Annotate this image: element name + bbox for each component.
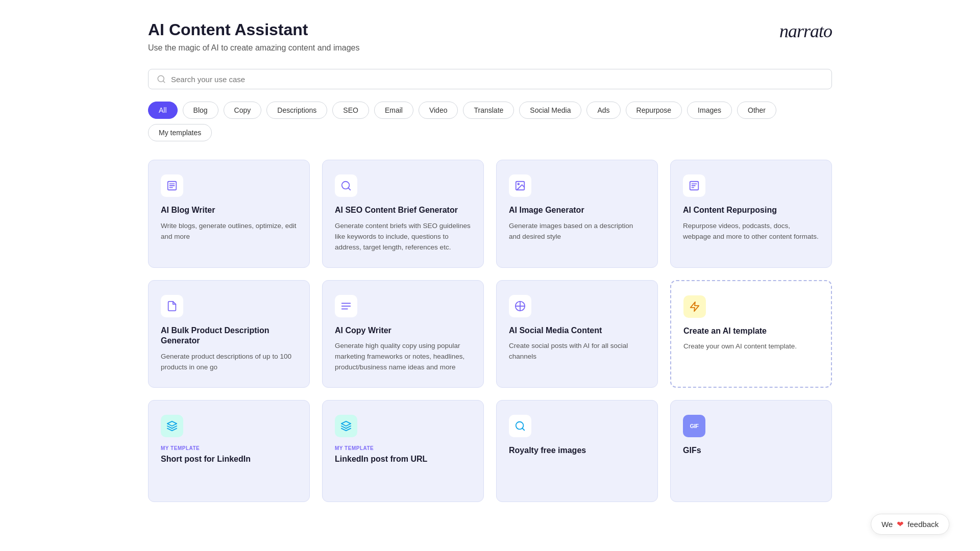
card-title-gifs: GIFs — [683, 445, 819, 456]
card-desc-copy-writer: Generate high quality copy using popular… — [335, 341, 471, 373]
card-icon-wrap-bulk-product — [161, 295, 183, 317]
card-icon-wrap-royalty-free-images — [509, 415, 531, 437]
search-icon — [157, 74, 166, 84]
filter-tab-email[interactable]: Email — [374, 102, 413, 119]
card-linkedin-url[interactable]: MY TEMPLATELinkedIn post from URL — [322, 400, 484, 502]
feedback-label: We — [881, 520, 893, 529]
card-create-template[interactable]: Create an AI templateCreate your own AI … — [670, 280, 832, 388]
filter-tab-social-media[interactable]: Social Media — [519, 102, 581, 119]
search-bar[interactable] — [148, 69, 832, 89]
cards-grid: AI Blog WriterWrite blogs, generate outl… — [148, 160, 832, 502]
filter-tab-ads[interactable]: Ads — [586, 102, 620, 119]
filter-tab-seo[interactable]: SEO — [332, 102, 369, 119]
card-seo-brief[interactable]: AI SEO Content Brief GeneratorGenerate c… — [322, 160, 484, 268]
svg-line-21 — [522, 428, 524, 430]
filter-tab-blog[interactable]: Blog — [183, 102, 218, 119]
feedback-action: feedback — [908, 520, 939, 529]
filter-tab-translate[interactable]: Translate — [463, 102, 514, 119]
card-desc-content-repurposing: Repurpose videos, podcasts, docs, webpag… — [683, 221, 819, 242]
card-badge-linkedin-short: MY TEMPLATE — [161, 445, 297, 451]
card-icon-wrap-image-generator — [509, 174, 531, 197]
filter-tab-repurpose[interactable]: Repurpose — [626, 102, 682, 119]
card-title-copy-writer: AI Copy Writer — [335, 325, 471, 336]
page-title: AI Content Assistant — [148, 20, 359, 39]
card-icon-wrap-blog-writer — [161, 174, 183, 197]
card-icon-wrap-copy-writer — [335, 295, 357, 317]
card-icon-wrap-social-media-content — [509, 295, 531, 317]
svg-marker-19 — [691, 302, 699, 311]
card-gifs[interactable]: GIFGIFs — [670, 400, 832, 502]
card-royalty-free-images[interactable]: Royalty free images — [496, 400, 658, 502]
header-left: AI Content Assistant Use the magic of AI… — [148, 20, 359, 53]
card-title-create-template: Create an AI template — [683, 326, 819, 337]
card-desc-image-generator: Generate images based on a description a… — [509, 221, 645, 242]
card-title-image-generator: AI Image Generator — [509, 205, 645, 216]
filter-tab-other[interactable]: Other — [737, 102, 776, 119]
filter-tab-my-templates[interactable]: My templates — [148, 124, 212, 141]
card-title-seo-brief: AI SEO Content Brief Generator — [335, 205, 471, 216]
svg-line-7 — [348, 188, 350, 190]
svg-point-9 — [518, 183, 519, 185]
card-social-media-content[interactable]: AI Social Media ContentCreate social pos… — [496, 280, 658, 388]
card-copy-writer[interactable]: AI Copy WriterGenerate high quality copy… — [322, 280, 484, 388]
card-content-repurposing[interactable]: AI Content RepurposingRepurpose videos, … — [670, 160, 832, 268]
card-icon-wrap-seo-brief — [335, 174, 357, 197]
search-input[interactable] — [171, 75, 823, 84]
card-linkedin-short[interactable]: MY TEMPLATEShort post for LinkedIn — [148, 400, 310, 502]
page-header: AI Content Assistant Use the magic of AI… — [148, 20, 832, 53]
card-title-royalty-free-images: Royalty free images — [509, 445, 645, 456]
heart-icon: ❤ — [897, 519, 903, 529]
filter-tab-descriptions[interactable]: Descriptions — [266, 102, 327, 119]
svg-line-1 — [163, 81, 164, 82]
card-desc-social-media-content: Create social posts with AI for all soci… — [509, 341, 645, 362]
filter-tab-copy[interactable]: Copy — [224, 102, 262, 119]
card-desc-blog-writer: Write blogs, generate outlines, optimize… — [161, 221, 297, 242]
card-title-social-media-content: AI Social Media Content — [509, 325, 645, 336]
filter-tab-video[interactable]: Video — [419, 102, 458, 119]
card-title-linkedin-short: Short post for LinkedIn — [161, 454, 297, 465]
filter-tabs: AllBlogCopyDescriptionsSEOEmailVideoTran… — [148, 102, 832, 141]
card-title-bulk-product: AI Bulk Product Description Generator — [161, 325, 297, 347]
card-desc-create-template: Create your own AI content template. — [683, 341, 819, 352]
card-desc-seo-brief: Generate content briefs with SEO guideli… — [335, 221, 471, 253]
filter-tab-all[interactable]: All — [148, 102, 178, 119]
card-blog-writer[interactable]: AI Blog WriterWrite blogs, generate outl… — [148, 160, 310, 268]
card-badge-linkedin-url: MY TEMPLATE — [335, 445, 471, 451]
filter-tab-images[interactable]: Images — [687, 102, 732, 119]
logo: narrato — [779, 20, 832, 42]
card-title-linkedin-url: LinkedIn post from URL — [335, 454, 471, 465]
card-icon-wrap-linkedin-url — [335, 415, 357, 437]
feedback-button[interactable]: We ❤ feedback — [871, 514, 949, 535]
card-title-blog-writer: AI Blog Writer — [161, 205, 297, 216]
card-icon-wrap-linkedin-short — [161, 415, 183, 437]
card-icon-wrap-gifs: GIF — [683, 415, 705, 437]
card-image-generator[interactable]: AI Image GeneratorGenerate images based … — [496, 160, 658, 268]
card-icon-wrap-content-repurposing — [683, 174, 705, 197]
card-icon-wrap-create-template — [683, 295, 706, 318]
card-title-content-repurposing: AI Content Repurposing — [683, 205, 819, 216]
card-bulk-product[interactable]: AI Bulk Product Description GeneratorGen… — [148, 280, 310, 388]
page-subtitle: Use the magic of AI to create amazing co… — [148, 43, 359, 53]
card-desc-bulk-product: Generate product descriptions of up to 1… — [161, 352, 297, 373]
